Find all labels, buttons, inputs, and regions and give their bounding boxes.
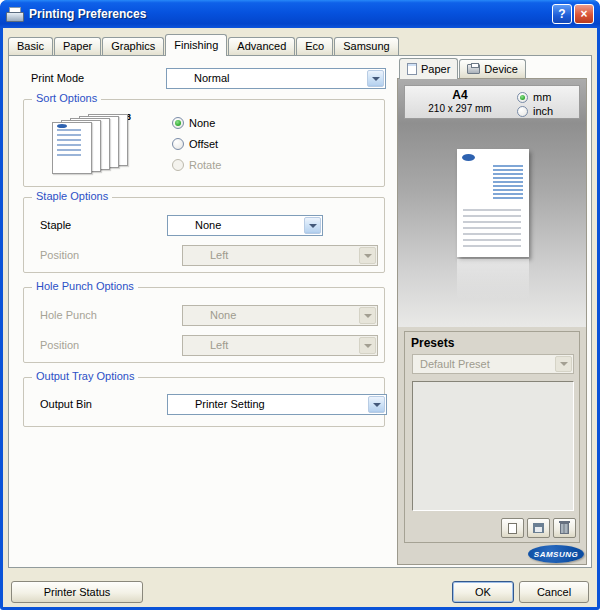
staple-position-label: Position <box>40 245 79 266</box>
sort-offset-label: Offset <box>189 138 218 150</box>
preview-panel: A4 210 x 297 mm mm inch <box>397 78 587 565</box>
preview-reflection <box>457 259 529 299</box>
chevron-down-icon <box>359 307 376 324</box>
radio-checked-icon <box>172 117 184 129</box>
radio-icon <box>172 138 184 150</box>
staple-position-value: Left <box>210 246 357 265</box>
tab-paper[interactable]: Paper <box>54 37 101 55</box>
printer-icon <box>6 7 23 21</box>
staple-position-select: Left <box>182 245 378 266</box>
preview-tab-paper[interactable]: Paper <box>399 58 458 79</box>
close-button[interactable]: × <box>574 4 594 24</box>
radio-disabled-icon <box>172 159 184 171</box>
paper-icon <box>407 63 417 75</box>
tab-advanced[interactable]: Advanced <box>228 37 295 55</box>
titlebar[interactable]: Printing Preferences ? × <box>0 0 600 28</box>
preset-value: Default Preset <box>420 355 553 374</box>
cancel-button[interactable]: Cancel <box>519 581 589 603</box>
print-mode-label: Print Mode <box>31 68 84 89</box>
unit-inch-option[interactable]: inch <box>517 104 553 118</box>
save-icon <box>533 523 544 533</box>
window-title: Printing Preferences <box>29 7 546 21</box>
output-tray-options-title: Output Tray Options <box>32 370 138 382</box>
sort-rotate-option: Rotate <box>172 158 221 172</box>
sort-options-title: Sort Options <box>32 92 101 104</box>
radio-checked-icon <box>517 92 528 103</box>
preview-tab-device[interactable]: Device <box>459 59 526 78</box>
trash-icon <box>560 523 569 534</box>
sort-options-group: Sort Options 123123 None Offset <box>23 99 385 187</box>
print-mode-value: Normal <box>194 69 365 88</box>
preview-tab-paper-label: Paper <box>421 63 450 75</box>
paper-size-dimensions: 210 x 297 mm <box>411 103 509 114</box>
hole-punch-label: Hole Punch <box>40 305 97 326</box>
output-bin-label: Output Bin <box>40 394 92 415</box>
samsung-logo: SAMSUNG <box>528 545 584 563</box>
sort-none-label: None <box>189 117 215 129</box>
unit-inch-label: inch <box>533 105 553 117</box>
presets-title: Presets <box>411 336 454 350</box>
staple-options-group: Staple Options Staple None Position Left <box>23 197 385 273</box>
preset-select: Default Preset <box>412 354 574 374</box>
output-bin-value: Printer Setting <box>195 395 366 414</box>
help-button[interactable]: ? <box>552 4 572 24</box>
printer-status-button[interactable]: Printer Status <box>11 581 143 603</box>
preset-delete-button[interactable] <box>553 518 576 538</box>
sort-offset-option[interactable]: Offset <box>172 137 218 151</box>
staple-label: Staple <box>40 215 71 236</box>
paper-size-bar: A4 210 x 297 mm mm inch <box>404 85 580 119</box>
tab-graphics[interactable]: Graphics <box>102 37 164 55</box>
hole-punch-options-title: Hole Punch Options <box>32 280 138 292</box>
new-page-icon <box>508 523 517 534</box>
preview-area: A4 210 x 297 mm mm inch <box>398 79 586 327</box>
presets-list[interactable] <box>412 381 574 511</box>
tab-samsung[interactable]: Samsung <box>334 37 398 55</box>
sort-rotate-label: Rotate <box>189 159 221 171</box>
finishing-tab-page: Print Mode Normal Sort Options 123123 <box>8 55 592 568</box>
unit-mm-option[interactable]: mm <box>517 90 551 104</box>
preview-logo-mark <box>462 154 475 161</box>
chevron-down-icon <box>359 337 376 354</box>
hole-punch-position-value: Left <box>210 336 357 355</box>
sheet-front <box>52 122 92 174</box>
tab-finishing[interactable]: Finishing <box>165 34 227 56</box>
staple-select[interactable]: None <box>167 215 323 236</box>
hole-punch-position-select: Left <box>182 335 378 356</box>
preview-tab-strip: Paper Device <box>399 58 527 79</box>
tab-strip: Basic Paper Graphics Finishing Advanced … <box>8 37 400 56</box>
tab-eco[interactable]: Eco <box>296 37 333 55</box>
hole-punch-value: None <box>210 306 357 325</box>
preview-page <box>457 149 529 257</box>
chevron-down-icon <box>304 217 321 234</box>
presets-panel: Presets Default Preset <box>404 331 580 543</box>
staple-value: None <box>195 216 302 235</box>
preview-lines <box>463 209 521 247</box>
unit-mm-label: mm <box>533 91 551 103</box>
chevron-down-icon <box>555 356 572 372</box>
output-tray-options-group: Output Tray Options Output Bin Printer S… <box>23 377 385 427</box>
hole-punch-options-group: Hole Punch Options Hole Punch None Posit… <box>23 287 385 363</box>
preview-tab-device-label: Device <box>484 63 518 75</box>
output-bin-select[interactable]: Printer Setting <box>167 394 387 415</box>
samsung-logo-text: SAMSUNG <box>534 550 578 559</box>
paper-size-info: A4 210 x 297 mm <box>411 88 509 114</box>
staple-options-title: Staple Options <box>32 190 112 202</box>
hole-punch-select: None <box>182 305 378 326</box>
radio-icon <box>517 106 528 117</box>
preset-new-button[interactable] <box>501 518 524 538</box>
sort-preview-image: 123123 <box>52 112 160 176</box>
tab-basic[interactable]: Basic <box>8 37 53 55</box>
print-mode-select[interactable]: Normal <box>166 68 386 89</box>
chevron-down-icon <box>367 70 384 87</box>
paper-size-name: A4 <box>411 88 509 102</box>
hole-punch-position-label: Position <box>40 335 79 356</box>
preview-text-block <box>493 165 523 199</box>
dialog-body: Basic Paper Graphics Finishing Advanced … <box>3 28 597 607</box>
preset-save-button[interactable] <box>527 518 550 538</box>
sort-none-option[interactable]: None <box>172 116 215 130</box>
chevron-down-icon <box>359 247 376 264</box>
chevron-down-icon <box>368 396 385 413</box>
ok-button[interactable]: OK <box>452 581 514 603</box>
device-icon <box>467 64 480 74</box>
printing-preferences-window: Printing Preferences ? × Basic Paper Gra… <box>0 0 600 610</box>
